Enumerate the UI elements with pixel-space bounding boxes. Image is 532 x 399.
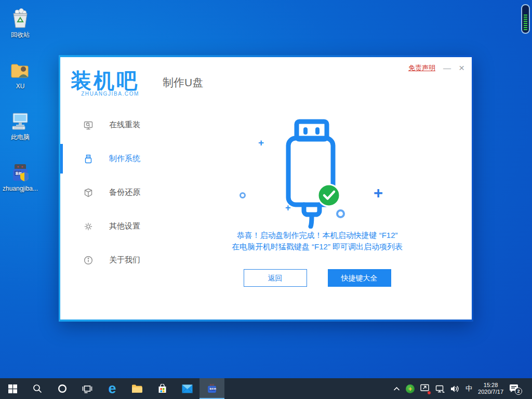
sidebar-item-label: 关于我们 [109,255,140,265]
notification-count-badge: 2 [515,388,522,395]
task-view-icon [82,384,92,393]
volume-gauge-fill [524,15,527,31]
logo-text: 装机吧 [71,69,139,92]
sidebar-item-label: 在线重装 [109,120,140,130]
tray-chevron-up-icon[interactable] [393,387,400,391]
tray-ime-indicator[interactable]: 中 [466,384,472,393]
tray-network-icon[interactable] [435,385,445,393]
success-message-line1: 恭喜！启动盘制作完成！本机启动快捷键 “F12” [163,230,472,241]
search-icon [33,384,42,393]
tray-security-icon[interactable]: + [406,384,415,393]
store-button[interactable] [150,378,175,399]
desktop-icon-zhuangjiba[interactable]: 装机 zhuangjiba... [4,162,36,192]
usb-drive-icon [83,154,94,164]
tray-clock[interactable]: 15:28 2020/7/17 [478,382,503,395]
tray-volume-icon[interactable] [450,385,460,393]
search-button[interactable] [25,378,50,399]
sidebar-item-about-us[interactable]: 关于我们 [60,243,163,277]
active-indicator [60,144,63,174]
success-check-circle [318,184,340,206]
sidebar-item-label: 其他设置 [109,221,140,231]
desktop-icon-recycle-bin[interactable]: 回收站 [4,7,36,39]
this-pc-icon [9,110,31,131]
main-content: + + + 恭喜！ [163,105,472,320]
store-icon [157,384,167,394]
titlebar-controls: 免责声明 — × [408,63,464,73]
volume-gauge-osd [521,4,530,34]
close-button[interactable]: × [459,64,464,72]
edge-button[interactable]: e [100,378,125,399]
app-window-inner: 装机吧 ZHUANGJIBA.COM 制作U盘 免责声明 — × [60,57,472,320]
success-message: 恭喜！启动盘制作完成！本机启动快捷键 “F12” 在电脑开机时猛戳键盘 “F12… [163,230,472,252]
sidebar: 在线重装 制作系统 [60,105,163,320]
mail-button[interactable] [175,378,200,399]
desktop-icon-label: 回收站 [11,31,30,39]
zhuangjiba-usb-icon: 装机 [9,162,31,183]
sidebar-item-make-system[interactable]: 制作系统 [60,142,163,176]
app-window: 装机吧 ZHUANGJIBA.COM 制作U盘 免责声明 — × [59,55,473,322]
cortana-icon [58,384,67,393]
decorative-plus: + [374,184,383,203]
disclaimer-link[interactable]: 免责声明 [408,63,435,73]
monitor-search-icon [83,120,94,130]
button-row: 返回 快捷键大全 [163,269,472,287]
app-logo: 装机吧 ZHUANGJIBA.COM [60,65,163,98]
backup-box-icon [83,188,94,198]
sidebar-item-label: 备份还原 [109,188,140,197]
hotkey-list-button[interactable]: 快捷键大全 [328,269,391,287]
tray-cast-icon[interactable] [420,384,430,394]
window-header: 装机吧 ZHUANGJIBA.COM 制作U盘 免责声明 — × [60,57,472,105]
minimize-button[interactable]: — [443,65,451,71]
window-body: 在线重装 制作系统 [60,105,472,320]
desktop-icon-user-folder[interactable]: XU [4,59,36,90]
back-button[interactable]: 返回 [244,269,307,287]
page-title: 制作U盘 [163,72,203,90]
desktop-icon-column: 回收站 XU 此电脑 装机 zhuan [4,7,36,192]
system-tray: + 中 15:28 2020/7/17 [393,378,532,399]
success-message-line2: 在电脑开机时猛戳键盘 “F12” 即可调出启动项列表 [163,241,472,252]
desktop-icon-this-pc[interactable]: 此电脑 [4,110,36,142]
logo-domain: ZHUANGJIBA.COM [71,91,139,97]
user-folder-icon [9,59,31,81]
taskbar-zhuangjiba-button[interactable]: 装机吧 [200,378,224,399]
edge-icon: e [108,382,116,395]
usb-success-illustration [273,118,351,229]
svg-text:装机吧: 装机吧 [209,388,216,390]
folder-icon [131,384,143,393]
windows-logo-icon [8,384,17,393]
gear-icon [83,221,94,232]
clock-time: 15:28 [478,382,503,389]
cortana-button[interactable] [50,378,75,399]
sidebar-item-label: 制作系统 [109,154,140,164]
mail-icon [182,384,193,393]
recycle-bin-icon [9,7,31,29]
desktop-icon-label: zhuangjiba... [3,185,38,192]
action-center-button[interactable]: 2 [509,384,520,393]
desktop-icon-label: 此电脑 [11,133,30,142]
desktop-icon-label: XU [16,83,25,90]
decorative-plus: + [258,137,264,149]
decorative-dot [240,192,246,198]
task-view-button[interactable] [75,378,100,399]
taskbar: e [0,378,532,399]
taskbar-app-buttons: e [0,378,224,399]
zhuangjiba-taskbar-icon: 装机吧 [206,382,218,394]
clock-date: 2020/7/17 [478,389,503,395]
start-button[interactable] [0,378,25,399]
sidebar-item-online-reinstall[interactable]: 在线重装 [60,108,163,142]
file-explorer-button[interactable] [125,378,150,399]
info-icon [83,255,94,265]
sidebar-item-backup-restore[interactable]: 备份还原 [60,176,163,209]
notification-dot [427,391,431,395]
sidebar-item-other-settings[interactable]: 其他设置 [60,209,163,243]
